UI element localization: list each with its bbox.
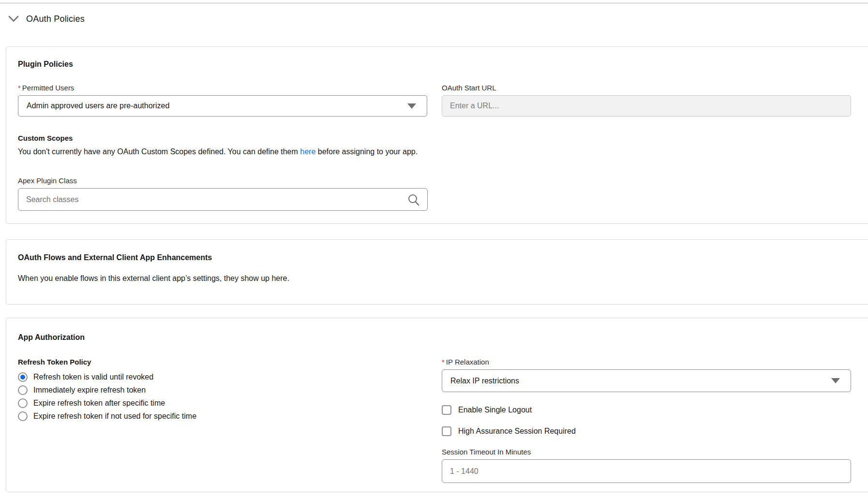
radio-option-valid-until-revoked[interactable]: Refresh token is valid until revoked: [18, 370, 427, 383]
radio-option-expire-after-time[interactable]: Expire refresh token after specific time: [18, 396, 427, 410]
checkbox[interactable]: [442, 405, 451, 415]
here-link[interactable]: here: [300, 147, 315, 156]
ip-relaxation-dropdown[interactable]: Relax IP restrictions: [442, 369, 851, 392]
permitted-users-value: Admin approved users are pre-authorized: [27, 102, 169, 110]
app-authorization-title: App Authorization: [18, 333, 851, 342]
radio-button[interactable]: [18, 385, 28, 395]
session-timeout-field: Session Timeout In Minutes: [442, 448, 851, 483]
chevron-down-icon[interactable]: [8, 15, 19, 22]
apex-plugin-class-field: Apex Plugin Class: [18, 176, 428, 211]
checkbox-label: High Assurance Session Required: [458, 427, 576, 436]
section-title: OAuth Policies: [26, 14, 85, 24]
required-asterisk: *: [18, 84, 21, 92]
radio-button[interactable]: [18, 372, 28, 382]
oauth-policies-section-header[interactable]: OAuth Policies: [8, 13, 868, 25]
apex-class-search-input[interactable]: [18, 188, 428, 211]
radio-button[interactable]: [18, 411, 28, 421]
permitted-users-dropdown[interactable]: Admin approved users are pre-authorized: [18, 95, 427, 117]
radio-button[interactable]: [18, 398, 28, 408]
chevron-down-icon: [407, 103, 416, 109]
oauth-start-url-input[interactable]: [442, 95, 851, 117]
radio-label: Immediately expire refresh token: [33, 386, 146, 395]
radio-label: Expire refresh token after specific time: [33, 399, 165, 408]
refresh-token-policy-group: Refresh Token Policy Refresh token is va…: [18, 358, 427, 483]
oauth-flows-card: OAuth Flows and External Client App Enha…: [6, 239, 868, 305]
radio-label: Expire refresh token if not used for spe…: [33, 412, 196, 421]
search-icon: [407, 193, 420, 206]
oauth-start-url-field: OAuth Start URL: [442, 84, 851, 117]
custom-scopes-block: Custom Scopes You don't currently have a…: [18, 134, 851, 157]
app-authorization-card: App Authorization Refresh Token Policy R…: [6, 318, 868, 492]
ip-relaxation-value: Relax IP restrictions: [450, 377, 519, 385]
session-timeout-label: Session Timeout In Minutes: [442, 448, 851, 456]
app-authorization-right-column: *IP Relaxation Relax IP restrictions Ena…: [442, 358, 851, 483]
apex-plugin-class-label: Apex Plugin Class: [18, 176, 428, 185]
radio-label: Refresh token is valid until revoked: [33, 373, 153, 381]
radio-option-expire-if-not-used[interactable]: Expire refresh token if not used for spe…: [18, 410, 427, 423]
chevron-down-icon: [831, 378, 840, 383]
custom-scopes-text: You don't currently have any OAuth Custo…: [18, 146, 851, 157]
custom-scopes-title: Custom Scopes: [18, 134, 851, 142]
permitted-users-label: *Permitted Users: [18, 84, 427, 92]
required-asterisk: *: [442, 358, 445, 366]
oauth-start-url-label: OAuth Start URL: [442, 84, 851, 92]
refresh-token-policy-label: Refresh Token Policy: [18, 358, 427, 366]
top-divider: [0, 2, 868, 4]
oauth-flows-body: When you enable flows in this external c…: [18, 273, 851, 284]
ip-relaxation-field: *IP Relaxation Relax IP restrictions: [442, 358, 851, 392]
checkbox-label: Enable Single Logout: [458, 406, 532, 414]
enable-single-logout-row[interactable]: Enable Single Logout: [442, 405, 851, 415]
oauth-flows-title: OAuth Flows and External Client App Enha…: [18, 253, 851, 262]
plugin-policies-title: Plugin Policies: [18, 60, 851, 69]
permitted-users-field: *Permitted Users Admin approved users ar…: [18, 84, 427, 117]
high-assurance-session-row[interactable]: High Assurance Session Required: [442, 426, 851, 436]
radio-option-immediately-expire[interactable]: Immediately expire refresh token: [18, 383, 427, 396]
ip-relaxation-label: *IP Relaxation: [442, 358, 851, 366]
checkbox[interactable]: [442, 426, 451, 436]
plugin-policies-card: Plugin Policies *Permitted Users Admin a…: [6, 46, 868, 224]
session-timeout-input[interactable]: [442, 459, 851, 483]
